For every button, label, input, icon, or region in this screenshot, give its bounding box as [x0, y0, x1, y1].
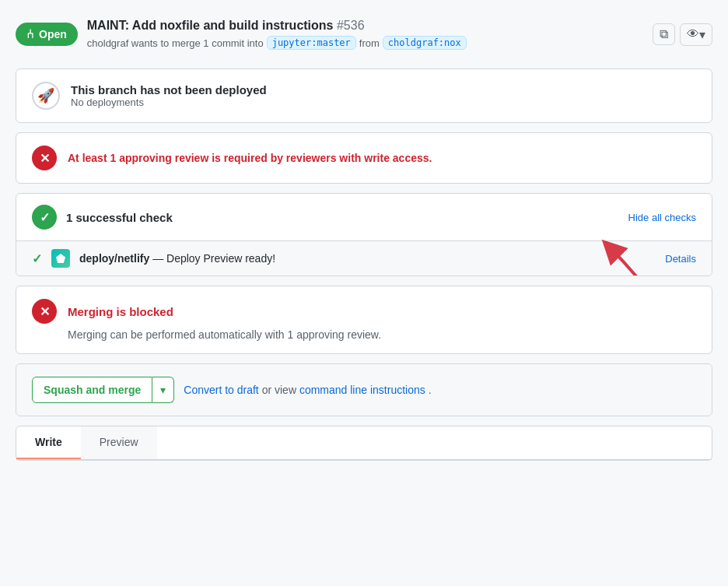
blocked-x-icon: ✕ [40, 304, 50, 319]
pr-number: #536 [337, 19, 365, 32]
write-preview-tabs-card: Write Preview [16, 426, 712, 461]
pr-actions: ⧉ 👁 ▾ [653, 23, 712, 46]
copy-button[interactable]: ⧉ [653, 23, 675, 45]
details-link[interactable]: Details [665, 253, 696, 265]
netlify-icon-inner [56, 254, 65, 263]
check-separator: — [152, 252, 166, 265]
deployment-subtitle: No deployments [71, 96, 267, 108]
tabs-header: Write Preview [16, 426, 712, 460]
dropdown-chevron-icon: ▾ [160, 384, 166, 396]
blocked-title: Merging is blocked [68, 305, 173, 318]
checks-header: ✓ 1 successful check Hide all checks [16, 194, 712, 241]
deployment-text: This branch has not been deployed No dep… [71, 83, 267, 108]
source-branch-badge[interactable]: choldgraf:nox [383, 36, 467, 50]
pr-title-area: MAINT: Add noxfile and build instruction… [87, 19, 467, 50]
command-line-instructions-link[interactable]: command line instructions [299, 384, 425, 396]
tab-write[interactable]: Write [16, 426, 81, 459]
check-message: Deploy Preview ready! [166, 252, 275, 265]
hide-checks-link[interactable]: Hide all checks [628, 212, 696, 223]
eye-icon: 👁 [687, 27, 699, 41]
pr-subtitle-pre: choldgraf wants to merge 1 commit into [87, 37, 264, 49]
merge-options-post: . [429, 384, 432, 396]
watch-dropdown-icon: ▾ [699, 27, 705, 42]
pr-title: MAINT: Add noxfile and build instruction… [87, 19, 467, 33]
pr-subtitle-from: from [359, 37, 380, 49]
merge-options-or: or view [262, 384, 299, 396]
merge-actions-card: Squash and merge ▾ Convert to draft or v… [16, 363, 712, 416]
check-icon: ✓ [40, 210, 50, 225]
review-error-circle: ✕ [32, 146, 57, 170]
deployment-icon: 🚀 [32, 82, 60, 110]
open-badge-label: Open [39, 28, 67, 40]
review-required-text: At least 1 approving review is required … [68, 152, 432, 164]
x-icon: ✕ [40, 151, 50, 166]
squash-merge-dropdown[interactable]: ▾ [152, 377, 174, 403]
checks-header-left: ✓ 1 successful check [32, 205, 173, 230]
check-label: deploy/netlify — Deploy Preview ready! [79, 252, 656, 265]
check-row: ✓ deploy/netlify — Deploy Preview ready!… [16, 241, 712, 275]
checks-count-title: 1 successful check [66, 211, 173, 224]
checks-card: ✓ 1 successful check Hide all checks ✓ d… [16, 193, 712, 276]
review-required-card: ✕ At least 1 approving review is require… [16, 132, 712, 184]
deployment-card: 🚀 This branch has not been deployed No d… [16, 68, 712, 123]
convert-to-draft-link[interactable]: Convert to draft [184, 384, 259, 396]
squash-merge-group: Squash and merge ▾ [32, 377, 174, 403]
netlify-logo [51, 249, 70, 268]
tab-preview[interactable]: Preview [81, 426, 157, 459]
pr-header: ⑃ Open MAINT: Add noxfile and build inst… [16, 12, 712, 56]
open-status-badge: ⑃ Open [16, 23, 78, 46]
check-tick-icon: ✓ [32, 251, 42, 266]
watch-button[interactable]: 👁 ▾ [680, 23, 712, 46]
squash-merge-button[interactable]: Squash and merge [32, 377, 152, 403]
pr-title-text: MAINT: Add noxfile and build instruction… [87, 19, 334, 32]
blocked-card: ✕ Merging is blocked Merging can be perf… [16, 286, 712, 354]
checks-success-circle: ✓ [32, 205, 57, 230]
merge-options-text: Convert to draft or view command line in… [184, 384, 431, 396]
deployment-title: This branch has not been deployed [71, 83, 267, 96]
copy-icon: ⧉ [660, 27, 668, 41]
merge-icon: ⑃ [26, 27, 34, 41]
check-name: deploy/netlify [79, 252, 149, 265]
blocked-header: ✕ Merging is blocked [32, 299, 696, 324]
blocked-description: Merging can be performed automatically w… [68, 328, 696, 341]
blocked-error-circle: ✕ [32, 299, 57, 324]
pr-subtitle: choldgraf wants to merge 1 commit into j… [87, 36, 467, 50]
target-branch-badge[interactable]: jupyter:master [267, 36, 356, 50]
